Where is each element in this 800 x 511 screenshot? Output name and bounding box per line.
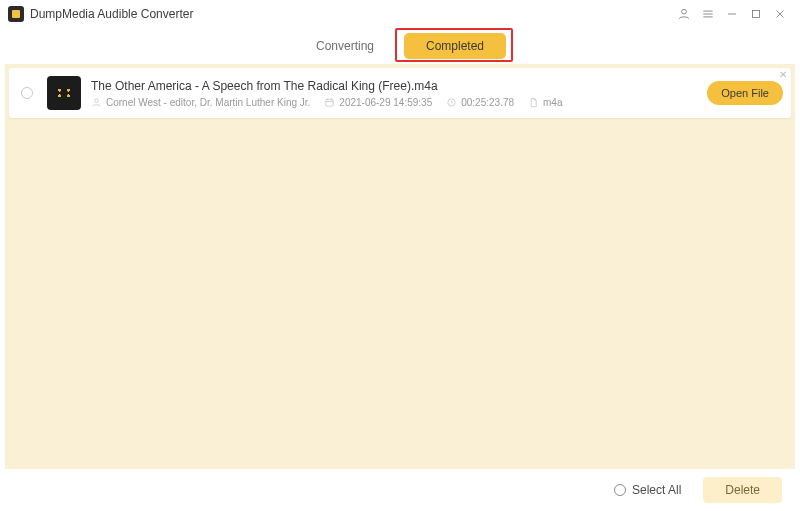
footer-bar: Select All Delete: [0, 469, 800, 511]
file-thumbnail: [47, 76, 81, 110]
svg-line-15: [452, 102, 453, 103]
svg-rect-5: [753, 11, 760, 18]
tab-converting[interactable]: Converting: [294, 33, 396, 59]
file-author-text: Cornel West - editor, Dr. Martin Luther …: [106, 97, 310, 108]
svg-point-8: [95, 98, 99, 102]
select-all-toggle[interactable]: Select All: [614, 483, 681, 497]
file-date: 2021-06-29 14:59:35: [324, 97, 432, 108]
account-icon[interactable]: [672, 2, 696, 26]
calendar-icon: [324, 97, 335, 108]
file-info: The Other America - A Speech from The Ra…: [91, 79, 697, 108]
minimize-button[interactable]: [720, 2, 744, 26]
svg-point-0: [682, 9, 687, 14]
content-area: The Other America - A Speech from The Ra…: [5, 64, 795, 469]
app-logo: [8, 6, 24, 22]
menu-icon[interactable]: [696, 2, 720, 26]
file-card: The Other America - A Speech from The Ra…: [9, 68, 791, 118]
thumbnail-art: [53, 86, 75, 100]
tab-completed[interactable]: Completed: [404, 33, 506, 59]
file-icon: [528, 97, 539, 108]
file-select-radio[interactable]: [21, 87, 33, 99]
close-button[interactable]: [768, 2, 792, 26]
person-icon: [91, 97, 102, 108]
file-name: The Other America - A Speech from The Ra…: [91, 79, 697, 93]
app-logo-inner: [12, 10, 20, 18]
clock-icon: [446, 97, 457, 108]
select-all-label: Select All: [632, 483, 681, 497]
file-format-text: m4a: [543, 97, 562, 108]
open-file-button[interactable]: Open File: [707, 81, 783, 105]
file-duration: 00:25:23.78: [446, 97, 514, 108]
tab-row: Converting Completed: [0, 28, 800, 64]
file-format: m4a: [528, 97, 562, 108]
title-bar: DumpMedia Audible Converter: [0, 0, 800, 28]
maximize-button[interactable]: [744, 2, 768, 26]
delete-button[interactable]: Delete: [703, 477, 782, 503]
file-meta-row: Cornel West - editor, Dr. Martin Luther …: [91, 97, 697, 108]
app-title: DumpMedia Audible Converter: [30, 7, 193, 21]
select-all-radio-icon: [614, 484, 626, 496]
svg-rect-9: [326, 99, 333, 106]
file-author: Cornel West - editor, Dr. Martin Luther …: [91, 97, 310, 108]
file-date-text: 2021-06-29 14:59:35: [339, 97, 432, 108]
file-duration-text: 00:25:23.78: [461, 97, 514, 108]
file-remove-icon[interactable]: ✕: [779, 70, 787, 80]
